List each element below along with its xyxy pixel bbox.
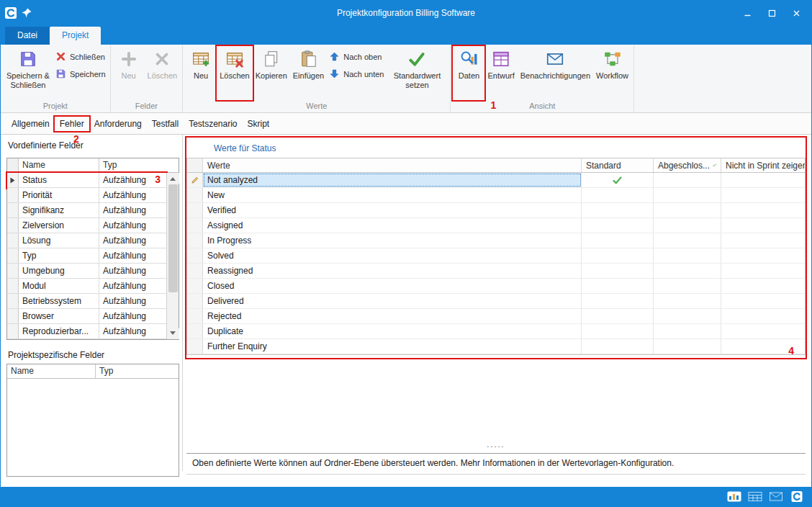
save-button[interactable]: Speichern: [55, 68, 106, 79]
button-label: Benachrichtigungen: [520, 71, 590, 81]
tab-skript[interactable]: Skript: [243, 117, 275, 131]
value-row[interactable]: Further Enquiry: [187, 339, 805, 354]
tab-testszenario[interactable]: Testszenario: [184, 117, 242, 131]
tab-anforderung[interactable]: Anforderung: [89, 117, 147, 131]
save-icon: [55, 68, 66, 79]
move-down-button[interactable]: Nach unten: [329, 68, 384, 79]
column-header-label: Abgeschlos...: [658, 161, 710, 171]
value-row[interactable]: Rejected: [187, 309, 805, 324]
column-header-typ[interactable]: Typ: [99, 158, 179, 172]
paste-button[interactable]: Einfügen: [290, 46, 327, 100]
scroll-up-button[interactable]: [167, 173, 179, 184]
scroll-down-button[interactable]: [167, 328, 179, 339]
column-header-name[interactable]: Name: [7, 364, 96, 378]
value-name: Solved: [203, 248, 582, 263]
field-type: Aufzählung: [99, 173, 166, 187]
field-type: Aufzählung: [99, 203, 166, 217]
column-header-standard[interactable]: Standard: [582, 158, 654, 172]
row-marker: [7, 324, 19, 338]
tab-allgemein[interactable]: Allgemein: [6, 117, 55, 131]
field-row[interactable]: ZielversionAufzählung: [7, 218, 166, 233]
value-row[interactable]: Duplicate: [187, 324, 805, 339]
data-view-button[interactable]: Daten 1: [453, 46, 484, 100]
value-row[interactable]: Delivered: [187, 294, 805, 309]
fields-panel: Vordefinierte Felder Name Typ StatusAufz…: [6, 138, 179, 477]
field-row[interactable]: BrowserAufzählung: [7, 309, 166, 324]
current-row-marker-icon: [7, 173, 19, 187]
field-type: Aufzählung: [99, 218, 166, 233]
button-label: Löschen: [148, 71, 178, 81]
new-field-button[interactable]: Neu: [113, 46, 145, 100]
close-button[interactable]: Schließen: [55, 51, 106, 62]
field-row[interactable]: BetriebssystemAufzählung: [7, 294, 166, 309]
data-view-icon: [459, 50, 478, 68]
delete-value-button[interactable]: Löschen: [217, 46, 253, 100]
ribbon-tab-datei[interactable]: Datei: [5, 27, 50, 45]
column-header-werte[interactable]: Werte: [203, 158, 582, 172]
field-row[interactable]: TypAufzählung: [7, 248, 166, 264]
mail-status-icon[interactable]: [769, 491, 783, 502]
field-row[interactable]: SignifikanzAufzählung: [7, 203, 166, 218]
value-name: In Progress: [203, 233, 582, 248]
tab-testfall[interactable]: Testfall: [147, 117, 184, 131]
scrollbar-thumb[interactable]: [168, 184, 178, 292]
ribbon-tab-projekt[interactable]: Projekt: [50, 27, 101, 45]
field-row[interactable]: ModulAufzählung: [7, 279, 166, 294]
value-row[interactable]: Assigned: [187, 218, 805, 233]
abgeschlossen-cell: [654, 294, 721, 308]
workflow-button[interactable]: Workflow: [593, 46, 631, 100]
delete-field-button[interactable]: Löschen: [145, 46, 181, 100]
copy-button[interactable]: Kopieren: [253, 46, 290, 100]
value-name: Closed: [203, 279, 582, 293]
value-row[interactable]: Reassigned: [187, 264, 805, 279]
field-row[interactable]: PrioritätAufzählung: [7, 188, 166, 203]
field-row[interactable]: StatusAufzählung3: [7, 173, 166, 188]
column-header-name[interactable]: Name: [19, 158, 99, 172]
save-and-close-button[interactable]: Speichern & Schließen: [3, 46, 53, 100]
value-row[interactable]: Verified: [187, 203, 805, 218]
button-label: Kopieren: [256, 71, 287, 81]
pin-icon[interactable]: [21, 7, 32, 19]
field-type: Aufzählung: [99, 264, 166, 278]
value-row[interactable]: Solved: [187, 248, 805, 264]
tab-label: Fehler: [60, 119, 84, 129]
vertical-scrollbar[interactable]: [166, 173, 179, 339]
new-value-button[interactable]: Neu: [185, 46, 217, 100]
maximize-button[interactable]: [761, 4, 782, 22]
column-header-typ[interactable]: Typ: [96, 364, 179, 378]
values-region: Werte für Status Werte Standard Abgeschl…: [186, 138, 806, 358]
set-default-value-button[interactable]: Standardwert setzen: [386, 46, 448, 100]
group-label-werte: Werte: [185, 100, 448, 112]
value-row[interactable]: New: [187, 188, 805, 203]
value-row[interactable]: Closed: [187, 279, 805, 294]
ribbon-group-projekt: Speichern & Schließen Schließen Speicher…: [1, 45, 111, 112]
value-row[interactable]: Not analyzed: [187, 173, 805, 188]
field-row[interactable]: UmgebungAufzählung: [7, 264, 166, 279]
value-row[interactable]: In Progress: [187, 233, 805, 248]
splitter-handle[interactable]: .....: [186, 440, 806, 449]
save-close-icon: [19, 50, 37, 68]
app-logo-icon[interactable]: [790, 491, 804, 502]
field-row[interactable]: LösungAufzählung: [7, 233, 166, 248]
minimize-button[interactable]: [736, 4, 758, 22]
abgeschlossen-cell: [654, 248, 721, 263]
close-window-button[interactable]: [785, 4, 807, 22]
data-view-status-icon[interactable]: [727, 491, 741, 502]
field-name: Typ: [19, 248, 99, 263]
column-header-sprint[interactable]: Nicht in Sprint zeigen: [721, 158, 805, 172]
panel-divider[interactable]: [182, 135, 183, 471]
move-up-button[interactable]: Nach oben: [329, 51, 384, 62]
standard-cell: [582, 294, 654, 308]
table-header: Name Typ: [7, 158, 179, 173]
standard-cell: [582, 324, 654, 338]
field-name: Reproduzierbar...: [19, 324, 99, 338]
design-view-button[interactable]: Entwurf: [484, 46, 517, 100]
tab-fehler[interactable]: Fehler2: [55, 117, 89, 131]
row-marker: [7, 264, 19, 278]
field-row[interactable]: Reproduzierbar...Aufzählung: [7, 324, 166, 339]
column-header-abgeschlossen[interactable]: Abgeschlos...: [654, 158, 721, 172]
values-title: Werte für Status: [214, 143, 806, 153]
notifications-button[interactable]: Benachrichtigungen: [518, 46, 593, 100]
grid-status-icon[interactable]: [748, 491, 762, 502]
row-marker: [187, 294, 203, 308]
